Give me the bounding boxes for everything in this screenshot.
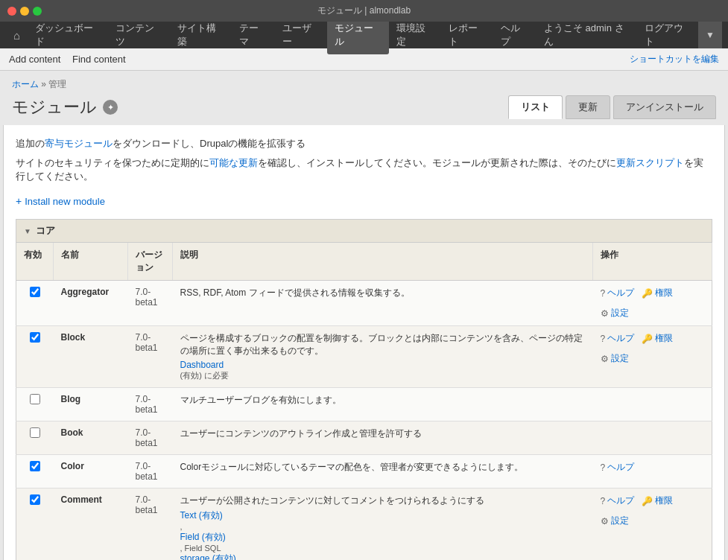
contribute-modules-link[interactable]: 寄与モジュール — [45, 138, 113, 149]
section-arrow-icon: ▼ — [24, 227, 31, 235]
module-description-cell: ページを構成するブロックの配置を制御する。ブロックとは内部にコンテンツを含み、ペ… — [173, 326, 593, 388]
op-ヘルプ[interactable]: ? ヘルプ — [601, 494, 635, 507]
window-title: モジュール | almondlab — [317, 5, 411, 16]
module-ops-cell: ? ヘルプ🔑 権限⚙ 設定 — [593, 489, 712, 561]
module-name: Color — [61, 461, 84, 471]
permission-icon: 🔑 — [642, 288, 653, 299]
nav-home[interactable]: ⌂ — [6, 23, 28, 48]
module-ops-cell: ? ヘルプ🔑 権限⚙ 設定 — [593, 281, 712, 326]
info-line2-mid: を確認し、インストールしてください。モジュールが更新された際は、そのたびに — [258, 157, 616, 168]
install-module-link[interactable]: + Install new module — [16, 195, 105, 207]
table-row: Color7.0-beta1Colorモジュールに対応しているテーマの配色を、管… — [16, 455, 712, 489]
op-設定[interactable]: ⚙ 設定 — [601, 307, 629, 319]
tab-uninstall[interactable]: アンインストール — [613, 95, 716, 119]
breadcrumb-home[interactable]: ホーム — [12, 79, 39, 89]
module-version-cell: 7.0-beta1 — [128, 326, 173, 388]
section-label: コア — [36, 224, 55, 238]
main-content: 追加の寄与モジュールをダウンロードし、Drupalの機能を拡張する サイトのセキ… — [3, 125, 725, 560]
module-name-cell: Comment — [54, 489, 128, 561]
install-plus-icon: + — [16, 195, 22, 207]
module-description-text: ユーザーにコンテンツのアウトライン作成と管理を許可する — [180, 427, 586, 440]
table-row: Aggregator7.0-beta1RSS, RDF, Atom フィードで提… — [16, 281, 712, 326]
module-checkbox[interactable] — [30, 287, 40, 297]
page-header: モジュール ✦ リスト 更新 アンインストール — [0, 92, 728, 125]
module-description-cell: RSS, RDF, Atom フィードで提供される情報を収集する。 — [173, 281, 593, 326]
module-version-cell: 7.0-beta1 — [128, 281, 173, 326]
op-ヘルプ[interactable]: ? ヘルプ — [601, 287, 635, 299]
module-description-sub: Dashboard (有効) に必要 — [180, 360, 586, 381]
op-権限[interactable]: 🔑 権限 — [642, 287, 673, 299]
module-name-cell: Color — [54, 455, 128, 489]
op-ヘルプ[interactable]: ? ヘルプ — [601, 332, 635, 345]
dashboard-dep-link[interactable]: Dashboard — [180, 360, 586, 370]
module-ops-cell: ? ヘルプ🔑 権限⚙ 設定 — [593, 326, 712, 388]
module-description-text: ユーザーが公開されたコンテンツに対してコメントをつけられるようにする — [180, 494, 586, 507]
th-version: バージョン — [128, 243, 173, 281]
table-header-row: 有効 名前 バージョン 説明 操作 — [16, 243, 712, 281]
settings-icon: ⚙ — [601, 354, 609, 364]
title-bar: モジュール | almondlab — [0, 0, 728, 22]
op-設定[interactable]: ⚙ 設定 — [601, 515, 629, 527]
module-table: 有効 名前 バージョン 説明 操作 Aggregator7.0-beta1RSS… — [16, 243, 712, 560]
module-dep-link[interactable]: storage (有効) — [180, 553, 586, 560]
breadcrumb: ホーム » 管理 — [0, 71, 728, 92]
module-dep-link[interactable]: Field (有効) — [180, 531, 586, 544]
add-content-link[interactable]: Add content — [9, 54, 60, 65]
op-権限[interactable]: 🔑 権限 — [642, 332, 673, 345]
table-row: Book7.0-beta1ユーザーにコンテンツのアウトライン作成と管理を許可する — [16, 421, 712, 455]
module-name: Blog — [61, 394, 81, 404]
op-ヘルプ[interactable]: ? ヘルプ — [601, 461, 635, 474]
available-updates-link[interactable]: 可能な更新 — [209, 157, 258, 168]
module-name: Comment — [61, 494, 102, 505]
module-description-text: ページを構成するブロックの配置を制御する。ブロックとは内部にコンテンツを含み、ペ… — [180, 332, 586, 357]
module-checkbox[interactable] — [30, 332, 40, 343]
module-description-text: RSS, RDF, Atom フィードで提供される情報を収集する。 — [180, 287, 586, 299]
module-version-cell: 7.0-beta1 — [128, 421, 173, 455]
module-version-cell: 7.0-beta1 — [128, 489, 173, 561]
install-module-label: Install new module — [25, 196, 105, 207]
edit-shortcuts-link[interactable]: ショートカットを編集 — [630, 54, 719, 64]
module-checkbox[interactable] — [30, 494, 40, 505]
tab-update[interactable]: 更新 — [566, 95, 610, 119]
tab-list[interactable]: リスト — [508, 95, 563, 119]
module-ops-cell: ? ヘルプ — [593, 455, 712, 489]
th-enabled: 有効 — [16, 243, 54, 281]
op-権限[interactable]: 🔑 権限 — [642, 494, 673, 507]
module-name-cell: Blog — [54, 388, 128, 421]
module-version-cell: 7.0-beta1 — [128, 388, 173, 421]
info-line1-after: をダウンロードし、Drupalの機能を拡張する — [113, 138, 306, 149]
info-line2-before: サイトのセキュリティを保つために定期的に — [16, 157, 209, 168]
update-script-link[interactable]: 更新スクリプト — [616, 157, 684, 168]
module-ops-cell — [593, 421, 712, 455]
core-section-header[interactable]: ▼ コア — [16, 219, 712, 243]
module-checkbox[interactable] — [30, 394, 40, 404]
help-icon: ? — [601, 334, 606, 344]
module-checkbox[interactable] — [30, 461, 40, 471]
module-description-text: Colorモジュールに対応しているテーマの配色を、管理者が変更できるようにします… — [180, 461, 586, 474]
permission-icon: 🔑 — [642, 334, 653, 344]
op-設定[interactable]: ⚙ 設定 — [601, 352, 629, 365]
th-name: 名前 — [54, 243, 128, 281]
module-description-cell: Colorモジュールに対応しているテーマの配色を、管理者が変更できるようにします… — [173, 455, 593, 489]
minimize-button[interactable] — [20, 7, 29, 16]
info-line1-before: 追加の — [16, 138, 45, 149]
breadcrumb-separator: » — [41, 79, 48, 89]
info-line2: サイトのセキュリティを保つために定期的に可能な更新を確認し、インストールしてくだ… — [16, 156, 712, 183]
nav-arrow-button[interactable]: ▼ — [698, 22, 722, 48]
module-ops-cell — [593, 388, 712, 421]
module-description-sub: Text (有効), Field (有効), Field SQL storage… — [180, 509, 586, 560]
module-checkbox[interactable] — [30, 427, 40, 438]
module-dep-link[interactable]: Text (有効) — [180, 509, 586, 522]
find-content-link[interactable]: Find content — [72, 54, 126, 65]
module-enabled-cell — [16, 388, 54, 421]
module-enabled-cell — [16, 421, 54, 455]
module-description-text: マルチユーザーブログを有効にします。 — [180, 394, 586, 407]
page-settings-icon[interactable]: ✦ — [103, 100, 118, 115]
help-icon: ? — [601, 288, 606, 299]
page-title: モジュール — [12, 96, 97, 118]
module-description-cell: ユーザーが公開されたコンテンツに対してコメントをつけられるようにするText (… — [173, 489, 593, 561]
close-button[interactable] — [7, 7, 16, 16]
settings-icon: ⚙ — [601, 516, 609, 526]
module-enabled-cell — [16, 455, 54, 489]
maximize-button[interactable] — [33, 7, 42, 16]
